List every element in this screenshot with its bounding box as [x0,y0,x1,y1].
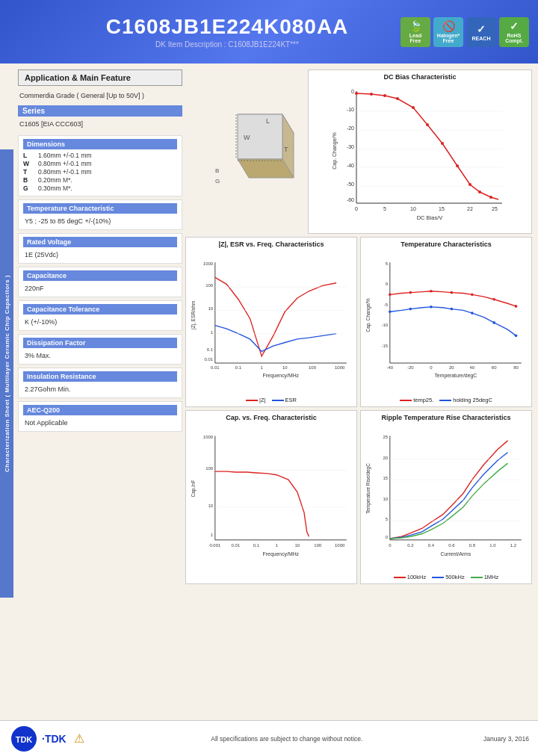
svg-text:DC Bias/V: DC Bias/V [417,214,443,221]
middle-row: |Z|, ESR vs. Freq. Characteristics 1000 … [185,237,532,407]
bottom-row: Cap. vs. Freq. Characteristic 1000 100 1… [185,410,532,584]
temperature-title: Temperature Characteristics [364,241,528,248]
svg-text:10: 10 [383,497,388,501]
insulation-header: Insulation Resistance [23,371,177,382]
product-subtitle: DK Item Description : C1608JB1E224KT*** [54,40,401,49]
impedance-chart: |Z|, ESR vs. Freq. Characteristics 1000 … [185,237,357,407]
legend-100k: 100kHz [394,574,426,580]
500k-line [432,577,444,578]
svg-text:20: 20 [383,456,388,460]
svg-point-89 [451,308,454,311]
svg-text:-40: -40 [347,163,354,168]
svg-text:W: W [244,134,250,141]
svg-text:0.01: 0.01 [205,357,214,362]
svg-text:1000: 1000 [203,435,214,439]
rated-voltage-header: Rated Voltage [23,237,177,247]
dim-label: B [23,176,34,184]
svg-text:100: 100 [205,283,214,288]
dissipation-value: 3% Max. [23,350,177,361]
svg-text:-50: -50 [347,182,354,187]
svg-text:0.001: 0.001 [209,543,221,548]
dissipation-section: Dissipation Factor 3% Max. [18,334,182,365]
rohs-badge: ✓ RoHS Compl. [499,17,529,47]
top-row: W L T B G DC Bias Char [185,69,532,234]
ripple-svg: 25 20 15 10 5 0 0 0.2 0.4 0.6 0.8 1.0 1.… [364,424,528,570]
warning-icon: ⚠ [74,731,84,746]
svg-text:Cap./nF: Cap./nF [191,480,197,498]
svg-text:G: G [215,178,220,185]
svg-text:Frequency/MHz: Frequency/MHz [263,551,300,557]
tdk-text: ∙TDK [42,733,67,745]
svg-text:5: 5 [386,261,389,266]
svg-text:80: 80 [513,365,519,370]
svg-point-40 [456,164,459,167]
svg-text:Frequency/MHz: Frequency/MHz [263,373,300,379]
footer-warning: ⚠ [74,731,84,746]
svg-text:T: T [284,146,288,153]
reach-badge: ✓ REACH [466,17,496,47]
capacitance-section: Capacitance 220nF [18,267,182,297]
svg-point-91 [492,321,495,324]
legend-1m: 1MHz [471,574,499,580]
svg-text:10: 10 [410,206,416,211]
rated-voltage-section: Rated Voltage 1E (25Vdc) [18,233,182,264]
dim-label: G [23,185,34,192]
dimension-row: W0.80mm +/-0.1 mm [23,160,177,167]
svg-point-79 [389,294,392,297]
dim-value: 0.30mm M*. [38,185,72,192]
svg-text:10: 10 [282,365,288,370]
temp-legend: temp25. holding 25degC [364,397,528,403]
svg-point-80 [409,291,412,294]
dimension-row: B0.20mm M*. [23,176,177,184]
svg-text:10: 10 [208,504,213,508]
dim-label: W [23,160,34,167]
temperature-svg: 5 0 -5 -10 -15 -40 -20 0 20 40 60 80 [364,251,528,393]
100k-line [394,577,406,578]
ripple-chart: Ripple Temperature Rise Characteristics … [360,410,532,584]
dimensions-rows: L1.60mm +/-0.1 mmW0.80mm +/-0.1 mmT0.80m… [23,152,177,192]
svg-text:|Z|, ESR/ohm: |Z|, ESR/ohm [191,301,197,329]
svg-text:0.2: 0.2 [407,543,413,548]
svg-text:20: 20 [449,365,454,370]
capacitor-svg: W L T B G [189,92,301,211]
svg-point-81 [430,290,433,293]
impedance-legend: |Z| ESR [189,397,353,403]
svg-text:0.6: 0.6 [448,543,455,548]
svg-text:10: 10 [208,306,213,311]
footer: TDK ∙TDK ⚠ All specifications are subjec… [0,720,538,756]
dim-label: L [23,152,34,159]
svg-point-34 [370,93,373,96]
svg-text:0.8: 0.8 [469,543,476,548]
svg-text:0.01: 0.01 [232,543,241,548]
svg-text:25: 25 [492,206,498,211]
footer-note: All specifications are subject to change… [90,735,483,743]
svg-text:5: 5 [383,206,386,211]
svg-point-43 [489,196,492,199]
svg-text:0: 0 [430,365,433,370]
temp2-line [439,400,451,401]
svg-text:1: 1 [211,533,214,537]
dimensions-header: Dimensions [23,139,177,149]
insulation-value: 2.27Gohm Min. [23,384,177,394]
temperature-chart: Temperature Characteristics 5 0 -5 -10 -… [360,237,532,407]
svg-point-33 [355,92,358,95]
halogen-free-badge: 🚫 Halogen* Free [433,17,463,47]
series-header: Series [18,105,182,117]
svg-text:1: 1 [261,365,264,370]
svg-text:1000: 1000 [203,261,214,266]
app-feature-content: Commerdia Grade ( General [Up to 50V] ) [18,90,182,101]
svg-text:0.1: 0.1 [253,543,260,548]
svg-text:-5: -5 [384,303,389,307]
svg-point-86 [389,310,392,313]
dissipation-header: Dissipation Factor [23,338,177,348]
ripple-legend: 100kHz 500kHz 1MHz [364,574,528,580]
svg-text:-20: -20 [347,126,354,131]
capacitance-header: Capacitance [23,270,177,281]
1m-line [471,577,483,578]
svg-point-90 [471,312,474,315]
svg-text:0: 0 [389,543,392,548]
svg-text:100: 100 [314,543,322,548]
svg-point-37 [412,106,415,109]
legend-temp25: temp25. [400,397,433,403]
svg-point-87 [409,308,412,311]
